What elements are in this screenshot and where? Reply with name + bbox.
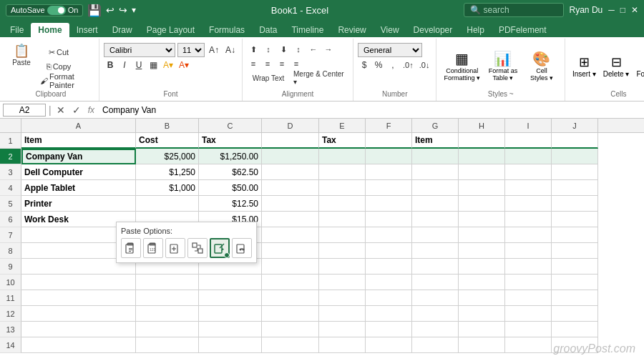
cell-b4[interactable]: $1,000 [136,180,199,196]
align-middle-button[interactable]: ↕ [262,43,275,56]
row-num-14[interactable]: 14 [0,337,21,353]
cell-c5[interactable]: $12.50 [199,196,262,212]
window-maximize[interactable]: □ [620,5,625,15]
number-format-select[interactable]: General [358,43,422,57]
cell-j7[interactable] [552,227,598,243]
redo-icon[interactable]: ↪ [119,4,127,16]
window-minimize[interactable]: ─ [608,5,615,15]
row-num-13[interactable]: 13 [0,322,21,337]
cancel-formula-button[interactable]: ✕ [54,104,67,116]
delete-button[interactable]: ⊟ Delete ▾ [600,53,633,79]
cell-c4[interactable]: $50.00 [199,180,262,196]
cell-styles-button[interactable]: 🎨 CellStyles ▾ [523,49,560,83]
cell-i2[interactable] [505,149,552,164]
paste-formulas-button[interactable] [165,238,185,258]
cell-e3[interactable] [319,164,366,180]
cell-g5[interactable] [412,196,459,212]
paste-button[interactable]: 📋 Paste [7,43,36,68]
underline-button[interactable]: U [132,59,145,71]
row-num-3[interactable]: 3 [0,164,21,180]
cell-j6[interactable] [552,212,598,227]
cell-f4[interactable] [366,180,412,196]
tab-view[interactable]: View [374,23,406,37]
col-header-g[interactable]: G [412,119,459,133]
font-family-select[interactable]: Calibri [104,43,175,57]
copy-button[interactable]: ⎘ Copy [37,60,80,73]
align-left-button[interactable]: ≡ [247,57,260,70]
row-num-7[interactable]: 7 [0,227,21,243]
autosave-button[interactable]: AutoSave On [6,4,83,16]
increase-font-size[interactable]: A↑ [207,44,221,56]
justify-button[interactable]: ≡ [290,57,303,70]
cell-d4[interactable] [262,180,319,196]
cut-button[interactable]: ✂ Cut [37,46,80,59]
cell-f7[interactable] [366,227,412,243]
cell-i6[interactable] [505,212,552,227]
indent-decrease-button[interactable]: ← [307,43,320,56]
cell-h5[interactable] [459,196,505,212]
cell-a3[interactable]: Dell Computer [21,164,136,180]
col-header-i[interactable]: I [505,119,552,133]
row-num-12[interactable]: 12 [0,306,21,322]
cell-h6[interactable] [459,212,505,227]
paste-transpose-button[interactable] [187,238,208,258]
decrease-font-size[interactable]: A↓ [223,44,238,56]
cell-e1[interactable]: Tax [319,133,366,149]
cell-g6[interactable] [412,212,459,227]
align-right-button[interactable]: ≡ [275,57,288,70]
col-header-f[interactable]: F [366,119,412,133]
cell-d6[interactable] [262,212,319,227]
cell-b2[interactable]: $25,000 [136,149,199,164]
format-table-button[interactable]: 📊 Format asTable ▾ [484,49,522,83]
col-header-b[interactable]: B [136,119,199,133]
cell-f1[interactable] [366,133,412,149]
currency-button[interactable]: $ [358,59,371,71]
cell-b5[interactable] [136,196,199,212]
align-bottom-button[interactable]: ⬇ [277,43,290,56]
tab-help[interactable]: Help [459,23,492,37]
increase-decimal-button[interactable]: .0↑ [401,59,416,71]
cell-a4[interactable]: Apple Tablet [21,180,136,196]
tab-insert[interactable]: Insert [69,23,105,37]
undo-icon[interactable]: ↩ [106,4,114,16]
cell-d5[interactable] [262,196,319,212]
col-header-j[interactable]: J [552,119,598,133]
border-button[interactable]: ▦ [147,59,160,71]
cell-g1[interactable]: Item [412,133,459,149]
row-num-10[interactable]: 10 [0,275,21,290]
cell-e4[interactable] [319,180,366,196]
tab-formulas[interactable]: Formulas [202,23,252,37]
format-painter-button[interactable]: 🖌 Format Painter [37,74,94,87]
cell-g4[interactable] [412,180,459,196]
cell-reference-box[interactable] [3,104,46,117]
cell-e5[interactable] [319,196,366,212]
paste-link-button[interactable] [232,238,252,258]
cell-d3[interactable] [262,164,319,180]
paste-values-button[interactable]: 123 [143,238,163,258]
row-num-6[interactable]: 6 [0,212,21,227]
indent-increase-button[interactable]: → [322,43,335,56]
cell-i4[interactable] [505,180,552,196]
cell-b3[interactable]: $1,250 [136,164,199,180]
format-button[interactable]: ☰ Format ▾ [633,53,644,79]
cell-c1[interactable]: Tax [199,133,262,149]
conditional-formatting-button[interactable]: ▦ ConditionalFormatting ▾ [441,49,483,83]
col-header-a[interactable]: A [21,119,136,133]
percent-button[interactable]: % [372,59,385,71]
row-num-5[interactable]: 5 [0,196,21,212]
cell-j1[interactable] [552,133,598,149]
window-close[interactable]: ✕ [631,5,638,15]
cell-j3[interactable] [552,164,598,180]
font-color-button[interactable]: A▾ [177,59,191,71]
col-header-h[interactable]: H [459,119,505,133]
tab-file[interactable]: File [3,23,31,37]
decrease-decimal-button[interactable]: .0↓ [417,59,432,71]
tab-developer[interactable]: Developer [406,23,460,37]
paste-normal-button[interactable] [121,238,141,258]
confirm-formula-button[interactable]: ✓ [70,104,83,116]
cell-i1[interactable] [505,133,552,149]
italic-button[interactable]: I [118,59,131,71]
paste-formatting-button[interactable] [210,238,230,258]
tab-draw[interactable]: Draw [105,23,140,37]
cell-j2[interactable] [552,149,598,164]
